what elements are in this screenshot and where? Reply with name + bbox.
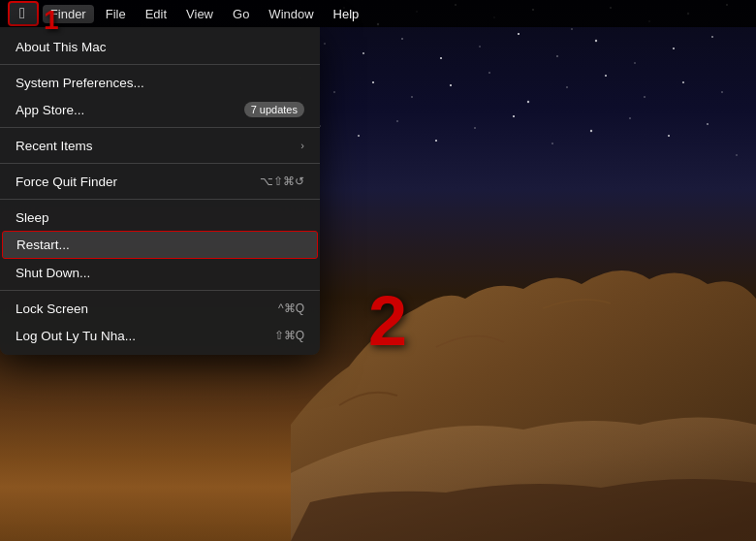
app-store-label: App Store... xyxy=(16,103,84,117)
recent-items-item[interactable]: Recent Items › xyxy=(0,132,320,159)
divider-1 xyxy=(0,64,320,65)
file-menu-button[interactable]: File xyxy=(98,5,134,23)
svg-point-25 xyxy=(372,81,374,83)
svg-point-39 xyxy=(474,127,476,129)
menubar:  Finder File Edit View Go Window Help xyxy=(0,0,756,27)
svg-point-42 xyxy=(590,130,592,132)
svg-point-38 xyxy=(435,140,437,142)
window-menu-button[interactable]: Window xyxy=(261,5,321,23)
svg-point-32 xyxy=(644,96,646,98)
recent-items-chevron: › xyxy=(300,140,304,151)
apple-logo-icon:  xyxy=(19,5,25,21)
svg-point-7 xyxy=(571,28,572,29)
svg-point-15 xyxy=(440,57,442,59)
svg-point-33 xyxy=(682,81,684,83)
apple-dropdown-menu: About This Mac System Preferences... App… xyxy=(0,27,320,355)
apple-menu-button[interactable]:  xyxy=(8,1,39,26)
edit-menu-button[interactable]: Edit xyxy=(138,5,174,23)
divider-2 xyxy=(0,127,320,128)
shut-down-item[interactable]: Shut Down... xyxy=(0,259,320,286)
svg-point-36 xyxy=(358,135,360,137)
step-1-annotation: 1 xyxy=(44,5,59,36)
restart-item[interactable]: Restart... xyxy=(2,231,318,259)
force-quit-shortcut: ⌥⇧⌘↺ xyxy=(260,175,304,188)
svg-point-21 xyxy=(673,48,675,49)
svg-point-19 xyxy=(595,40,597,42)
divider-5 xyxy=(0,290,320,291)
log-out-shortcut: ⇧⌘Q xyxy=(274,329,304,342)
lock-screen-shortcut: ^⌘Q xyxy=(278,302,304,315)
app-store-item[interactable]: App Store... 7 updates xyxy=(0,96,320,123)
svg-point-43 xyxy=(629,117,631,119)
svg-point-16 xyxy=(479,46,480,47)
system-preferences-item[interactable]: System Preferences... xyxy=(0,69,320,96)
svg-point-26 xyxy=(411,96,412,97)
rock-formation xyxy=(291,231,756,541)
svg-point-12 xyxy=(324,43,325,44)
svg-point-37 xyxy=(396,120,397,121)
svg-point-34 xyxy=(721,91,722,92)
lock-screen-item[interactable]: Lock Screen ^⌘Q xyxy=(0,295,320,322)
svg-point-24 xyxy=(333,91,335,93)
stars xyxy=(291,0,756,213)
about-this-mac-item[interactable]: About This Mac xyxy=(0,33,320,60)
svg-point-46 xyxy=(736,154,737,155)
divider-4 xyxy=(0,199,320,200)
svg-point-28 xyxy=(488,72,490,74)
svg-point-45 xyxy=(707,123,709,125)
divider-3 xyxy=(0,163,320,164)
svg-point-31 xyxy=(605,75,607,77)
svg-point-22 xyxy=(711,36,713,38)
svg-point-13 xyxy=(362,52,364,54)
svg-point-41 xyxy=(551,143,552,143)
help-menu-button[interactable]: Help xyxy=(326,5,367,23)
svg-point-20 xyxy=(634,62,635,63)
svg-point-17 xyxy=(518,33,520,35)
go-menu-button[interactable]: Go xyxy=(225,5,257,23)
updates-badge: 7 updates xyxy=(244,102,304,117)
svg-point-27 xyxy=(450,84,452,86)
step-2-annotation: 2 xyxy=(368,281,407,361)
svg-point-18 xyxy=(556,55,558,57)
force-quit-item[interactable]: Force Quit Finder ⌥⇧⌘↺ xyxy=(0,168,320,195)
svg-point-14 xyxy=(401,38,403,40)
svg-point-30 xyxy=(566,86,567,87)
view-menu-button[interactable]: View xyxy=(178,5,221,23)
svg-point-40 xyxy=(513,115,515,117)
svg-point-44 xyxy=(668,135,670,137)
sleep-item[interactable]: Sleep xyxy=(0,204,320,231)
log-out-item[interactable]: Log Out Ly Tu Nha... ⇧⌘Q xyxy=(0,322,320,349)
svg-point-29 xyxy=(527,101,529,103)
